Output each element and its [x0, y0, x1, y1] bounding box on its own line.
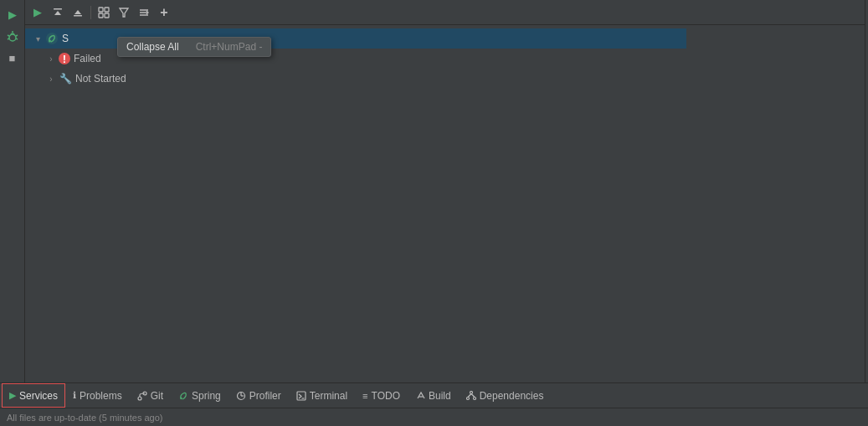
tab-build[interactable]: Build: [408, 383, 459, 408]
status-text: All files are up-to-date (5 minutes ago): [7, 413, 162, 423]
tab-todo[interactable]: ≡ TODO: [355, 383, 408, 408]
status-bar: All files are up-to-date (5 minutes ago): [0, 408, 868, 426]
svg-line-4: [8, 38, 9, 39]
filter-button[interactable]: [115, 3, 133, 22]
todo-tab-label: TODO: [372, 390, 400, 402]
svg-point-20: [180, 397, 182, 398]
tree-item-not-started[interactable]: › 🔧 Not Started: [25, 69, 865, 89]
spring-tab-label: Spring: [192, 390, 221, 402]
tab-terminal[interactable]: Terminal: [289, 383, 355, 408]
todo-tab-icon: ≡: [362, 391, 367, 401]
spring-group-label: S: [62, 33, 69, 44]
problems-tab-label: Problems: [80, 390, 122, 402]
svg-rect-13: [105, 13, 109, 18]
build-tab-label: Build: [429, 390, 451, 402]
tab-problems[interactable]: ℹ Problems: [65, 383, 130, 408]
left-toolbar: ▶ ■: [0, 0, 25, 382]
svg-line-3: [16, 35, 18, 36]
svg-rect-11: [105, 8, 109, 12]
failed-label: Failed: [74, 53, 101, 64]
dependencies-tab-icon: [466, 391, 476, 401]
toolbar-separator-1: [90, 6, 91, 19]
tab-services[interactable]: ▶ Services: [2, 383, 65, 408]
svg-line-2: [8, 35, 9, 36]
svg-point-26: [466, 397, 469, 399]
svg-line-28: [468, 393, 471, 397]
top-toolbar: ▶: [25, 0, 865, 25]
problems-tab-icon: ℹ: [73, 390, 76, 401]
chevron-icon-failed: ›: [45, 53, 57, 64]
svg-line-29: [471, 393, 475, 397]
profiler-tab-icon: [236, 391, 246, 401]
tab-git[interactable]: Git: [130, 383, 171, 408]
tab-dependencies[interactable]: Dependencies: [459, 383, 552, 408]
run-left-button[interactable]: ▶: [3, 5, 22, 23]
git-tab-label: Git: [151, 390, 163, 402]
wrench-icon: 🔧: [59, 72, 72, 85]
build-tab-icon: [415, 391, 425, 401]
layout-button[interactable]: [95, 3, 113, 22]
svg-marker-7: [54, 11, 61, 15]
add-button[interactable]: +: [155, 3, 173, 22]
bottom-tabbar: ▶ Services ℹ Problems Git Spring: [0, 382, 868, 408]
scroll-up-button[interactable]: [69, 3, 87, 22]
run-config-button[interactable]: [135, 3, 153, 22]
svg-point-16: [49, 40, 51, 43]
svg-rect-9: [74, 15, 82, 17]
dependencies-tab-label: Dependencies: [480, 390, 544, 402]
tree-area: ▾ S › ! Failed › 🔧 N: [25, 25, 865, 382]
spring-tab-icon: [178, 391, 188, 401]
services-tab-icon: ▶: [9, 390, 16, 401]
terminal-tab-label: Terminal: [310, 390, 347, 402]
collapse-all-tooltip: Collapse All Ctrl+NumPad -: [117, 37, 271, 57]
error-icon: !: [59, 53, 70, 64]
run-toolbar-button[interactable]: ▶: [28, 3, 47, 22]
scroll-to-end-button[interactable]: [49, 3, 67, 22]
tooltip-label: Collapse All: [126, 41, 179, 53]
svg-point-15: [46, 33, 58, 44]
chevron-icon-spring: ▾: [32, 33, 44, 44]
svg-point-27: [473, 397, 475, 399]
services-panel: ▶: [25, 0, 865, 382]
stop-left-button[interactable]: ■: [3, 49, 22, 67]
svg-point-17: [138, 397, 141, 400]
svg-rect-12: [99, 13, 103, 18]
svg-point-0: [9, 34, 16, 41]
terminal-tab-icon: [296, 391, 306, 401]
tab-spring[interactable]: Spring: [171, 383, 229, 408]
right-divider: [865, 0, 868, 382]
tab-profiler[interactable]: Profiler: [229, 383, 289, 408]
profiler-tab-label: Profiler: [249, 390, 281, 402]
svg-point-25: [470, 391, 472, 393]
chevron-icon-not-started: ›: [45, 73, 57, 85]
svg-rect-10: [99, 8, 103, 12]
svg-marker-14: [120, 8, 128, 17]
services-tab-label: Services: [19, 390, 58, 402]
spring-icon: [45, 32, 59, 45]
svg-line-5: [16, 38, 18, 39]
debug-left-button[interactable]: [3, 27, 22, 45]
svg-marker-8: [74, 10, 81, 14]
not-started-label: Not Started: [75, 73, 126, 85]
svg-rect-6: [54, 8, 62, 10]
git-tab-icon: [137, 391, 147, 401]
tooltip-shortcut: Ctrl+NumPad -: [196, 41, 263, 53]
